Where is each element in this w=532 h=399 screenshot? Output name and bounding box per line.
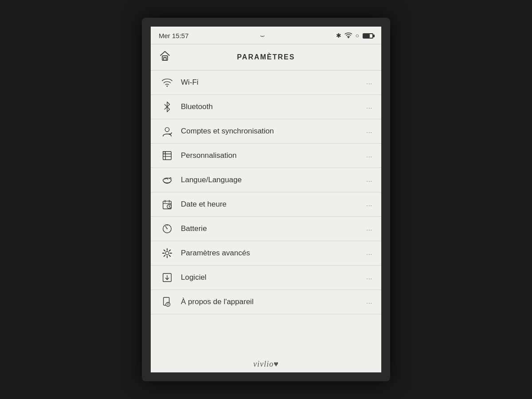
svg-point-0	[348, 37, 349, 38]
svg-rect-2	[164, 58, 166, 60]
personalization-menu-icon	[160, 150, 175, 161]
accounts-dots: ...	[367, 128, 373, 135]
svg-rect-1	[162, 56, 168, 60]
personalization-label: Personnalisation	[181, 151, 367, 160]
software-menu-icon	[160, 272, 175, 283]
wifi-dots: ...	[367, 79, 373, 86]
menu-item-about[interactable]: À propos de l'appareil ...	[151, 290, 381, 314]
about-menu-icon	[160, 296, 175, 308]
screen: Mer 15:57 ⌣ ✱ ○	[151, 27, 381, 372]
menu-item-language[interactable]: Langue/Language ...	[151, 168, 381, 192]
svg-point-3	[167, 86, 168, 87]
advanced-label: Paramètres avancés	[181, 249, 367, 258]
status-center-icon: ⌣	[260, 31, 265, 40]
menu-item-wifi[interactable]: Wi-Fi ...	[151, 70, 381, 95]
bluetooth-status-icon: ✱	[336, 32, 341, 39]
menu-item-datetime[interactable]: Date et heure ...	[151, 192, 381, 217]
software-label: Logiciel	[181, 273, 367, 282]
language-menu-icon	[160, 174, 175, 186]
svg-point-18	[165, 251, 168, 254]
wifi-status-icon	[345, 32, 352, 40]
home-icon[interactable]	[159, 50, 171, 65]
bluetooth-dots: ...	[367, 103, 373, 110]
menu-item-software[interactable]: Logiciel ...	[151, 266, 381, 290]
accounts-menu-icon	[160, 125, 175, 137]
menu-item-bluetooth[interactable]: Bluetooth ...	[151, 95, 381, 119]
accounts-label: Comptes et synchronisation	[181, 127, 367, 136]
datetime-menu-icon	[160, 199, 175, 210]
battery-settings-icon	[160, 223, 175, 235]
datetime-label: Date et heure	[181, 200, 367, 209]
page-title: PARAMÈTRES	[237, 53, 295, 61]
bluetooth-menu-icon	[160, 101, 175, 113]
about-label: À propos de l'appareil	[181, 297, 367, 306]
battery-status-icon	[363, 33, 373, 39]
wifi-menu-icon	[160, 77, 175, 88]
svg-point-4	[165, 128, 169, 132]
battery-dots: ...	[367, 225, 373, 232]
wifi-label: Wi-Fi	[181, 78, 367, 87]
status-time: Mer 15:57	[159, 32, 189, 39]
menu-item-battery[interactable]: Batterie ...	[151, 217, 381, 241]
personalization-dots: ...	[367, 152, 373, 159]
status-icons: ✱ ○	[336, 32, 373, 40]
software-dots: ...	[367, 274, 373, 281]
advanced-dots: ...	[367, 250, 373, 257]
brand-text: vivlio	[253, 360, 274, 368]
status-bar: Mer 15:57 ⌣ ✱ ○	[151, 27, 381, 44]
battery-label: Batterie	[181, 224, 367, 233]
notification-status-icon: ○	[356, 32, 359, 39]
svg-rect-9	[163, 152, 166, 154]
device-frame: Mer 15:57 ⌣ ✱ ○	[142, 18, 390, 381]
settings-menu: Wi-Fi ... Bluetooth ...	[151, 70, 381, 356]
menu-item-personalization[interactable]: Personnalisation ...	[151, 144, 381, 168]
about-dots: ...	[367, 298, 373, 305]
brand-name: vivlio♥	[151, 356, 381, 372]
menu-item-accounts[interactable]: Comptes et synchronisation ...	[151, 119, 381, 144]
advanced-settings-icon	[160, 247, 175, 259]
menu-item-advanced[interactable]: Paramètres avancés ...	[151, 241, 381, 266]
language-label: Langue/Language	[181, 176, 367, 184]
language-dots: ...	[367, 176, 373, 184]
datetime-dots: ...	[367, 201, 373, 208]
svg-point-23	[168, 303, 168, 303]
page-header: PARAMÈTRES	[151, 44, 381, 70]
bluetooth-label: Bluetooth	[181, 102, 367, 111]
